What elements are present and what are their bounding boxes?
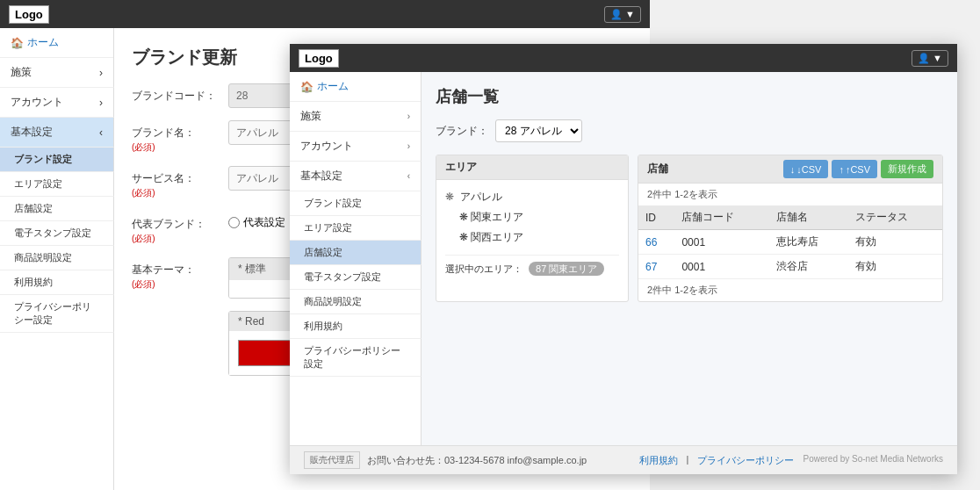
fg-nav-エリア設定[interactable]: エリア設定: [290, 216, 422, 241]
area-panel: エリア ❋ アパレル ❋ 関東エリア ❋: [436, 155, 629, 302]
bg-logo: Logo: [9, 5, 49, 24]
store-panel-header: 店舗 ↓ ↓CSV ↑ ↑CSV 新規作成: [638, 155, 942, 184]
tree-kanto[interactable]: ❋ 関東エリア: [445, 207, 619, 227]
tree-kansai-bullet: ❋: [459, 231, 468, 243]
selected-area: 選択中のエリア： 87 関東エリア: [445, 255, 619, 276]
fg-chevron-right-アカウント: ›: [407, 141, 410, 151]
store-count-bottom: 2件中 1-2を表示: [638, 279, 942, 301]
footer-logo: 販売代理店: [304, 451, 360, 469]
bg-header: Logo 👤 ▼: [0, 0, 650, 28]
fg-user-icon: 👤: [918, 53, 930, 64]
upload-icon: ↑: [839, 164, 844, 175]
fg-nav-基本設定[interactable]: 基本設定 ‹: [290, 162, 422, 191]
fg-nav-アカウント[interactable]: アカウント ›: [290, 132, 422, 162]
store-title: 店舗一覧: [436, 86, 943, 107]
cell-name: 渋谷店: [769, 255, 848, 279]
fg-nav-施策[interactable]: 施策 ›: [290, 102, 422, 132]
bg-nav-エリア設定[interactable]: エリア設定: [0, 172, 114, 197]
service-name-label: サービス名： (必須): [132, 166, 228, 199]
fg-main: 店舗一覧 ブランド： 28 アパレル エリア ❋: [422, 72, 957, 445]
new-store-button[interactable]: 新規作成: [881, 160, 933, 178]
csv-download-button[interactable]: ↓ ↓CSV: [783, 160, 829, 178]
store-panel: 店舗 ↓ ↓CSV ↑ ↑CSV 新規作成: [638, 155, 943, 302]
bg-nav-電子スタンプ設定[interactable]: 電子スタンプ設定: [0, 221, 114, 246]
brand-code-label: ブランドコード：: [132, 83, 228, 104]
chevron-down-icon: ‹: [99, 126, 103, 139]
bg-user-button[interactable]: 👤 ▼: [604, 6, 641, 23]
brand-filter-select[interactable]: 28 アパレル: [495, 119, 582, 142]
col-id: ID: [638, 205, 674, 230]
cell-code: 0001: [674, 255, 768, 279]
cell-status: 有効: [848, 255, 942, 279]
fg-nav-店舗設定[interactable]: 店舗設定: [290, 241, 422, 265]
bg-home-nav[interactable]: 🏠 ホーム: [0, 28, 113, 58]
area-panel-header: エリア: [436, 155, 628, 180]
fg-sidebar: 🏠 ホーム 施策 › アカウント › 基本設定 ‹ ブランド設定 エリア設定 店…: [290, 72, 422, 445]
fg-nav-プライバシーポリシー設定[interactable]: プライバシーポリシー設定: [290, 339, 422, 377]
content-row: エリア ❋ アパレル ❋ 関東エリア ❋: [436, 155, 943, 302]
cell-id: 67: [638, 255, 674, 279]
fg-nav-ブランド設定[interactable]: ブランド設定: [290, 191, 422, 216]
download-icon: ↓: [790, 164, 796, 175]
cell-id: 66: [638, 230, 674, 255]
col-name: 店舗名: [769, 205, 848, 230]
bg-nav-基本設定[interactable]: 基本設定 ‹: [0, 118, 114, 148]
bg-nav-利用規約[interactable]: 利用規約: [0, 270, 114, 295]
bg-nav-アカウント[interactable]: アカウント ›: [0, 88, 114, 118]
fg-chevron-down-基本設定: ‹: [407, 171, 410, 181]
foreground-page: Logo 👤 ▼ 🏠 ホーム 施策 › アカウント ›: [290, 44, 957, 474]
footer-right: 利用規約 | プライバシーポリシー Powered by So-net Medi…: [639, 454, 943, 467]
fg-header: Logo 👤 ▼: [290, 44, 957, 72]
bg-nav-施策[interactable]: 施策 ›: [0, 58, 114, 88]
tree-apparel[interactable]: ❋ アパレル: [445, 187, 619, 207]
rep-brand-label: 代表ブランド： (必須): [132, 212, 228, 245]
tree-kansai[interactable]: ❋ 関西エリア: [445, 227, 619, 248]
cell-status: 有効: [848, 230, 942, 255]
bg-sidebar: 🏠 ホーム 施策 › アカウント › 基本設定 ‹ ブランド設定 エリア設定 店…: [0, 28, 114, 490]
fg-user-button[interactable]: 👤 ▼: [912, 50, 948, 67]
fg-logo: Logo: [299, 49, 339, 68]
bg-nav-ブランド設定[interactable]: ブランド設定: [0, 148, 114, 172]
fg-chevron-right-施策: ›: [407, 112, 410, 121]
store-panel-actions: ↓ ↓CSV ↑ ↑CSV 新規作成: [783, 160, 933, 178]
store-table: ID 店舗コード 店舗名 ステータス 66 0001 恵比寿店 有効 67 00…: [638, 205, 942, 279]
bg-nav-店舗設定[interactable]: 店舗設定: [0, 197, 114, 221]
footer-terms-link[interactable]: 利用規約: [639, 454, 678, 467]
footer-privacy-link[interactable]: プライバシーポリシー: [697, 454, 794, 467]
radio-rep-setting[interactable]: 代表設定: [228, 215, 285, 230]
csv-upload-button[interactable]: ↑ ↑CSV: [832, 160, 877, 178]
fg-home-nav[interactable]: 🏠 ホーム: [290, 72, 421, 102]
chevron-right-icon: ›: [99, 97, 103, 109]
bg-nav-プライバシーポリシー設定[interactable]: プライバシーポリシー設定: [0, 295, 114, 333]
area-panel-body: ❋ アパレル ❋ 関東エリア ❋ 関西エリア: [436, 180, 628, 283]
footer-powered: Powered by So-net Media Networks: [803, 454, 943, 467]
chevron-right-icon: ›: [99, 67, 103, 79]
brand-filter-row: ブランド： 28 アパレル: [436, 119, 943, 142]
table-row[interactable]: 67 0001 渋谷店 有効: [638, 255, 942, 279]
base-theme-label: 基本テーマ： (必須): [132, 257, 228, 291]
brand-filter-label: ブランド：: [436, 124, 488, 139]
brand-name-label: ブランド名： (必須): [132, 120, 228, 154]
store-count-top: 2件中 1-2を表示: [638, 184, 942, 205]
selected-area-badge: 87 関東エリア: [529, 262, 604, 276]
tree-bullet: ❋: [445, 191, 454, 203]
tree-kanto-bullet: ❋: [459, 211, 468, 223]
red-theme-swatch: [238, 340, 291, 366]
bg-nav-商品説明設定[interactable]: 商品説明設定: [0, 246, 114, 270]
bg-user-icon: 👤: [610, 9, 623, 20]
col-code: 店舗コード: [674, 205, 768, 230]
fg-body: 🏠 ホーム 施策 › アカウント › 基本設定 ‹ ブランド設定 エリア設定 店…: [290, 72, 957, 445]
fg-home-icon: 🏠: [300, 81, 313, 93]
home-icon: 🏠: [11, 37, 24, 49]
fg-nav-利用規約[interactable]: 利用規約: [290, 314, 422, 339]
footer-contact: お問い合わせ先：03-1234-5678 info@sample.co.jp: [367, 454, 587, 467]
col-status: ステータス: [848, 205, 942, 230]
fg-nav-商品説明設定[interactable]: 商品説明設定: [290, 290, 422, 314]
footer-left: 販売代理店 お問い合わせ先：03-1234-5678 info@sample.c…: [304, 451, 587, 469]
fg-nav-電子スタンプ設定[interactable]: 電子スタンプ設定: [290, 265, 422, 290]
table-row[interactable]: 66 0001 恵比寿店 有効: [638, 230, 942, 255]
cell-name: 恵比寿店: [769, 230, 848, 255]
fg-footer: 販売代理店 お問い合わせ先：03-1234-5678 info@sample.c…: [290, 445, 957, 474]
cell-code: 0001: [674, 230, 768, 255]
